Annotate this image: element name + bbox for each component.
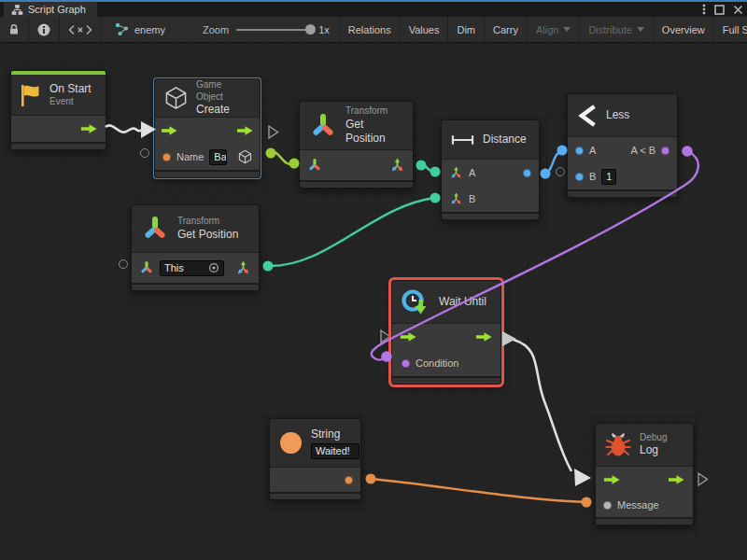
result-out-port[interactable] [661, 147, 669, 155]
a-in-port[interactable] [575, 147, 584, 155]
gameobject-out-port[interactable] [238, 149, 252, 164]
zoom-slider-handle[interactable] [305, 24, 316, 35]
overview-button[interactable]: Overview [654, 17, 714, 42]
node-less[interactable]: Less A A < B B 1 [567, 93, 678, 198]
wire-endpoint [541, 169, 551, 179]
carry-button[interactable]: Carry [485, 17, 528, 42]
flow-out-port[interactable] [80, 123, 98, 134]
wire-wait-debug [514, 340, 571, 471]
flow-in-port[interactable] [161, 125, 178, 136]
node-string[interactable]: String Waited! [269, 418, 361, 500]
node-footer [11, 142, 106, 149]
vector3-out-port[interactable] [235, 260, 251, 276]
wait-until-clock-icon [402, 288, 430, 316]
window-chrome: Script Graph [0, 0, 747, 43]
tab-bar: Script Graph [0, 2, 747, 17]
info-icon [37, 23, 50, 36]
transform-in-port[interactable] [307, 158, 322, 173]
node-footer [596, 517, 693, 525]
message-in-port[interactable] [603, 501, 612, 510]
b-value-field[interactable]: 1 [601, 169, 616, 185]
node-debug-log[interactable]: Debug Log Message [595, 423, 694, 525]
wire-wait-debug-start [502, 331, 516, 346]
distance-icon [451, 133, 474, 147]
code-icon [68, 24, 92, 35]
graph-breadcrumb[interactable]: enemy [102, 17, 178, 42]
edit-graph-button[interactable] [60, 17, 102, 42]
node-distance[interactable]: Distance A B [441, 119, 540, 220]
lock-icon [8, 23, 20, 35]
node-title: String [311, 427, 359, 441]
lock-button[interactable] [0, 17, 29, 42]
flow-out-port[interactable] [475, 331, 493, 343]
relations-button[interactable]: Relations [340, 17, 401, 42]
node-get-position-top[interactable]: Transform Get Position [299, 101, 414, 189]
flow-out-port[interactable] [236, 125, 254, 136]
unconnected-value-port[interactable] [140, 148, 149, 158]
align-dropdown[interactable]: Align [528, 17, 580, 42]
transform-icon [309, 112, 337, 140]
flow-in-port[interactable] [400, 331, 417, 343]
dim-button[interactable]: Dim [448, 17, 485, 42]
inspect-button[interactable] [29, 17, 60, 42]
vector3-in-port[interactable] [449, 166, 463, 180]
unconnected-flow-port[interactable] [268, 125, 279, 139]
zoom-control: Zoom 1x [193, 17, 340, 42]
string-out-port[interactable] [345, 476, 353, 484]
unconnected-flow-port[interactable] [380, 329, 391, 343]
close-icon[interactable] [733, 5, 743, 15]
flow-out-port[interactable] [668, 474, 685, 485]
string-icon [279, 431, 303, 455]
condition-in-port[interactable] [402, 359, 410, 368]
node-title: Log [640, 443, 667, 457]
unconnected-value-port[interactable] [119, 259, 128, 269]
transform-icon [141, 215, 169, 243]
tab-script-graph[interactable]: Script Graph [4, 2, 97, 17]
result-label: A < B [630, 145, 655, 156]
node-footer [442, 212, 539, 219]
flow-in-port[interactable] [603, 474, 621, 485]
kebab-menu-icon[interactable] [702, 3, 706, 16]
target-field[interactable]: This [160, 260, 224, 276]
node-title: On Start [49, 82, 92, 96]
graph-name: enemy [134, 24, 165, 35]
name-input-port[interactable] [162, 153, 171, 161]
target-icon[interactable] [208, 262, 219, 273]
vector3-out-port[interactable] [389, 158, 405, 174]
flag-icon [19, 83, 41, 107]
node-create-gameobject[interactable]: Game Object Create Name Ball [154, 78, 261, 178]
button-label: Overview [662, 24, 705, 35]
transform-in-port[interactable] [139, 260, 154, 275]
button-label: Distribute [588, 24, 631, 35]
b-in-port[interactable] [575, 173, 584, 181]
node-category: Event [49, 96, 92, 108]
maximize-icon[interactable] [714, 5, 725, 15]
wire-endpoint [263, 261, 274, 272]
less-icon [577, 104, 598, 128]
string-value-field[interactable]: Waited! [311, 443, 359, 459]
zoom-slider[interactable] [236, 29, 311, 31]
zoom-label: Zoom [203, 24, 229, 35]
distribute-dropdown[interactable]: Distribute [580, 17, 653, 42]
port-label: B [589, 171, 596, 182]
node-get-position-bottom[interactable]: Transform Get Position This [131, 204, 260, 291]
unconnected-value-port[interactable] [556, 167, 565, 176]
values-button[interactable]: Values [401, 17, 449, 42]
button-label: Values [409, 24, 440, 35]
node-category: Debug [640, 432, 667, 444]
node-title: Distance [483, 133, 527, 147]
result-out-port[interactable] [523, 169, 531, 177]
node-footer [270, 492, 360, 499]
full-screen-button[interactable]: Full Screen [714, 17, 747, 42]
port-label: Name [176, 151, 204, 162]
name-value-field[interactable]: Ball [209, 149, 227, 165]
cube-icon [164, 86, 188, 110]
graph-hierarchy-icon [11, 4, 23, 16]
node-wait-until[interactable]: Wait Until Condition [391, 280, 501, 385]
unconnected-flow-port[interactable] [698, 472, 709, 486]
wire-endpoint [682, 146, 693, 157]
node-on-start[interactable]: On Start Event [10, 70, 106, 150]
vector3-in-port[interactable] [449, 192, 463, 206]
wire-endpoint [582, 497, 592, 508]
node-title: Get Position [345, 118, 403, 146]
